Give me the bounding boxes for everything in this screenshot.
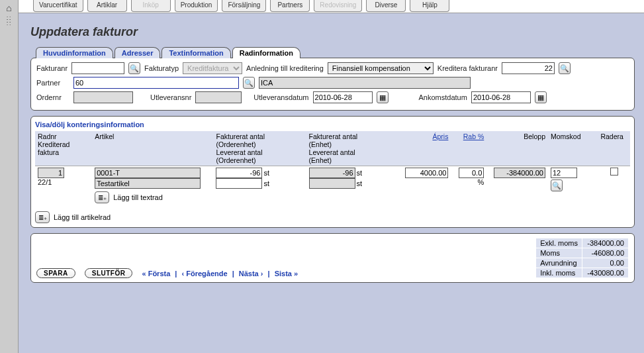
col-momskod: Momskod bbox=[548, 131, 598, 166]
left-gutter: ⌂ ∷∷∷ bbox=[0, 0, 19, 353]
drag-handle-icon: ∷∷∷ bbox=[7, 17, 11, 25]
add-textrad-label[interactable]: Lägg till textrad bbox=[113, 193, 163, 201]
kreditera-label: Kreditera fakturanr bbox=[437, 64, 498, 72]
col-fakt-enhet: Fakturerat antal (Enhet) Levererat antal… bbox=[306, 131, 399, 166]
anledning-select[interactable]: Finansiell kompensation bbox=[328, 62, 434, 74]
grid-panel: Visa/dölj konteringsinformation Radnr Kr… bbox=[30, 116, 635, 228]
rab-unit: % bbox=[478, 178, 484, 186]
toggle-kontering-link[interactable]: Visa/dölj konteringsinformation bbox=[35, 119, 630, 131]
spara-button[interactable]: SPARA bbox=[36, 268, 75, 278]
tab-redovisning: Redovisning bbox=[314, 0, 362, 12]
pager-prev[interactable]: ‹ Föregående bbox=[181, 270, 227, 277]
kreditera-search-icon[interactable]: 🔍 bbox=[559, 62, 571, 74]
fakt-order-qty-input[interactable] bbox=[216, 168, 262, 178]
col-artikel: Artikel bbox=[92, 131, 213, 166]
fakt-enhet-unit: st bbox=[357, 169, 363, 177]
col-radera: Radera bbox=[598, 131, 630, 166]
fakturatyp-select: Kreditfaktura bbox=[183, 62, 242, 74]
tab-artiklar[interactable]: Artiklar bbox=[87, 0, 127, 12]
totals-table: Exkl. moms-384000.00 Moms-46080.00 Avrun… bbox=[535, 238, 629, 278]
subtab-textinformation[interactable]: Textinformation bbox=[161, 47, 230, 58]
partner-search-icon[interactable]: 🔍 bbox=[243, 77, 255, 89]
inkl-value: -430080.00 bbox=[582, 268, 629, 278]
tab-forsaljning[interactable]: Försäljning bbox=[222, 0, 266, 12]
add-artikelrad-label[interactable]: Lägg till artikelrad bbox=[54, 213, 111, 221]
col-apris[interactable]: Ápris bbox=[399, 131, 451, 166]
artikel-name-field bbox=[95, 178, 201, 189]
momskod-search-icon[interactable]: 🔍 bbox=[551, 179, 563, 191]
pager-first[interactable]: « Första bbox=[142, 270, 170, 277]
avrund-label: Avrundning bbox=[536, 258, 582, 268]
tab-diverse[interactable]: Diverse bbox=[366, 0, 406, 12]
tab-produktion[interactable]: Produktion bbox=[175, 0, 218, 12]
utleveransdatum-input[interactable] bbox=[313, 91, 373, 103]
radera-checkbox[interactable] bbox=[610, 168, 618, 176]
lev-enhet-unit: st bbox=[357, 179, 363, 187]
pager-last[interactable]: Sista » bbox=[275, 270, 298, 277]
utleveransdatum-calendar-icon[interactable]: ▦ bbox=[377, 91, 389, 103]
avrund-value: 0.00 bbox=[582, 258, 629, 268]
lev-order-qty-input[interactable] bbox=[216, 178, 262, 189]
kreditera-input[interactable] bbox=[502, 62, 555, 74]
utleveransnr-input bbox=[195, 91, 242, 103]
rab-input[interactable] bbox=[459, 168, 484, 178]
exkl-value: -384000.00 bbox=[582, 238, 629, 248]
fakt-order-unit: st bbox=[263, 169, 269, 177]
home-icon[interactable]: ⌂ bbox=[6, 3, 11, 13]
fakturanr-label: Fakturanr bbox=[36, 64, 68, 72]
belopp-field bbox=[494, 168, 545, 178]
subtab-huvudinformation[interactable]: Huvudinformation bbox=[36, 47, 113, 58]
pager-next[interactable]: Nästa › bbox=[239, 270, 263, 277]
pager: « Första | ‹ Föregående | Nästa › | Sist… bbox=[142, 270, 298, 277]
add-artikelrad-icon[interactable]: ≣₊ bbox=[35, 211, 50, 223]
page-title: Uppdatera fakturor bbox=[30, 25, 635, 39]
col-radnr: Radnr Krediterad faktura bbox=[35, 131, 92, 166]
moms-value: -46080.00 bbox=[582, 248, 629, 258]
anledning-label: Anledning till kreditering bbox=[246, 64, 324, 72]
fakturanr-search-icon[interactable]: 🔍 bbox=[128, 62, 140, 74]
table-row: 22/1 ≣₊ Lägg till textrad st bbox=[35, 166, 630, 207]
subtab-radinformation[interactable]: Radinformation bbox=[232, 47, 300, 58]
subtab-adresser[interactable]: Adresser bbox=[115, 47, 161, 58]
tab-inkop: Inköp bbox=[131, 0, 171, 12]
partner-label: Partner bbox=[36, 79, 69, 87]
sub-tabs: Huvudinformation Adresser Textinformatio… bbox=[36, 47, 635, 58]
main-area: Varucertifikat Artiklar Inköp Produktion… bbox=[19, 0, 644, 353]
tab-varucertifikat[interactable]: Varucertifikat bbox=[33, 0, 83, 12]
utleveransnr-label: Utleveransnr bbox=[150, 93, 191, 101]
artikel-code-field bbox=[95, 168, 201, 178]
line-grid: Radnr Krediterad faktura Artikel Fakture… bbox=[35, 131, 630, 206]
krediterad-label: 22/1 bbox=[38, 178, 52, 186]
partner-name-field bbox=[259, 77, 471, 89]
tab-partners[interactable]: Partners bbox=[270, 0, 310, 12]
ankomstdatum-calendar-icon[interactable]: ▦ bbox=[535, 91, 547, 103]
ankomstdatum-label: Ankomstdatum bbox=[419, 93, 467, 101]
footer-panel: SPARA SLUTFÖR « Första | ‹ Föregående | … bbox=[30, 233, 635, 283]
header-panel: Fakturanr 🔍 Fakturatyp Kreditfaktura Anl… bbox=[30, 58, 635, 111]
lev-enhet-qty-field bbox=[309, 178, 355, 189]
momskod-input[interactable] bbox=[551, 168, 577, 178]
fakt-enhet-qty-field bbox=[309, 168, 355, 178]
radnr-field bbox=[38, 168, 64, 178]
ordernr-label: Ordernr bbox=[36, 93, 69, 101]
fakturatyp-label: Fakturatyp bbox=[144, 64, 179, 72]
col-belopp: Belopp bbox=[486, 131, 548, 166]
lev-order-unit: st bbox=[263, 179, 269, 187]
inkl-label: Inkl. moms bbox=[536, 268, 582, 278]
utleveransdatum-label: Utleveransdatum bbox=[253, 93, 308, 101]
slutfor-button[interactable]: SLUTFÖR bbox=[85, 268, 133, 278]
apris-input[interactable] bbox=[405, 168, 448, 178]
partner-code-input[interactable] bbox=[73, 77, 239, 89]
col-fakt-order: Fakturerat antal (Orderenhet) Levererat … bbox=[213, 131, 306, 166]
moms-label: Moms bbox=[536, 248, 582, 258]
fakturanr-input[interactable] bbox=[71, 62, 124, 74]
exkl-label: Exkl. moms bbox=[536, 238, 582, 248]
add-textrad-icon[interactable]: ≣₊ bbox=[95, 191, 109, 203]
ankomstdatum-input[interactable] bbox=[471, 91, 531, 103]
ordernr-input bbox=[73, 91, 133, 103]
top-tabs: Varucertifikat Artiklar Inköp Produktion… bbox=[19, 0, 644, 13]
col-rab[interactable]: Rab % bbox=[451, 131, 486, 166]
tab-hjalp[interactable]: Hjälp bbox=[410, 0, 449, 12]
